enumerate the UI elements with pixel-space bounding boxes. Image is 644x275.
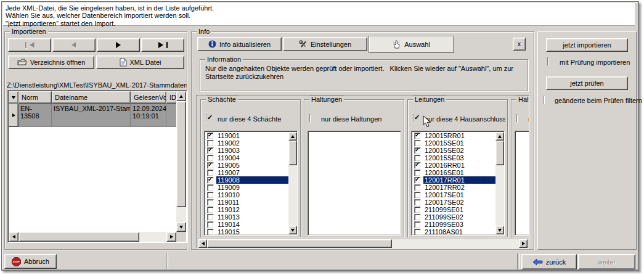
checkbox-icon[interactable]	[414, 199, 421, 206]
list-item[interactable]: 119003	[206, 147, 296, 154]
list-item[interactable]: 119013	[206, 213, 296, 221]
table-horizontal-scrollbar[interactable]	[9, 232, 176, 242]
scrollbar-thumb[interactable]	[288, 141, 297, 165]
list-item[interactable]: 211099SE02	[413, 213, 503, 221]
list-item[interactable]: 119008	[206, 176, 296, 184]
checkbox-icon[interactable]	[414, 192, 421, 199]
checkbox-icon[interactable]	[414, 162, 421, 169]
xml-file-button[interactable]: XML Datei	[96, 55, 184, 69]
checkbox-icon[interactable]	[414, 147, 421, 154]
leitungen-filter-checkbox[interactable]	[413, 114, 414, 123]
checkbox-icon[interactable]	[414, 133, 421, 139]
list-item[interactable]: 119009	[206, 184, 296, 191]
list-item[interactable]: 120016RR01	[413, 162, 503, 169]
leitungen-scrollbar[interactable]	[495, 132, 504, 234]
scroll-left-icon[interactable]	[198, 239, 207, 248]
tab-einstellungen[interactable]: Einstellungen	[283, 37, 367, 51]
abort-button[interactable]: STOP Abbruch	[4, 254, 57, 269]
file-table[interactable]: Norm Dateiname GelesenVon ID EN-13508 IS…	[7, 90, 187, 243]
scrollbar-thumb[interactable]	[18, 232, 139, 242]
list-item[interactable]: 119012	[206, 206, 296, 213]
open-directory-button[interactable]: Verzeichnis öffnen	[8, 55, 94, 69]
table-filter-header[interactable]	[9, 91, 18, 104]
schaechte-scrollbar[interactable]	[288, 132, 297, 234]
column-header-dateiname[interactable]: Dateiname	[52, 91, 131, 104]
checkbox-icon[interactable]	[207, 177, 214, 184]
schaechte-list[interactable]: 1190011190021190031190041190051190071190…	[204, 131, 298, 236]
scroll-right-icon[interactable]	[166, 232, 176, 242]
haltungen2-list[interactable]	[515, 131, 529, 236]
tab-info-aktualisieren[interactable]: Info aktualisieren	[197, 37, 282, 51]
nav-next-button[interactable]	[97, 38, 140, 52]
scroll-up-icon[interactable]	[495, 132, 504, 141]
list-item[interactable]: 119005	[206, 162, 296, 169]
list-item[interactable]: 119015	[206, 228, 296, 236]
checkbox-icon[interactable]	[207, 207, 214, 213]
list-item[interactable]: 119002	[206, 139, 296, 147]
nav-last-button[interactable]	[141, 38, 184, 52]
filter-changed-checkbox[interactable]	[544, 96, 545, 104]
checkbox-icon[interactable]	[207, 221, 214, 228]
list-item[interactable]: 119001	[206, 132, 296, 139]
scroll-up-icon[interactable]	[176, 91, 186, 101]
scrollbar-thumb[interactable]	[176, 101, 186, 207]
checkbox-icon[interactable]	[414, 229, 421, 236]
list-item[interactable]: 120017SE02	[413, 199, 503, 206]
table-vertical-scrollbar[interactable]	[176, 91, 186, 232]
list-item[interactable]: 120017RR01	[413, 176, 503, 184]
list-item[interactable]: 211108AS01	[413, 228, 503, 236]
nav-prev-button[interactable]	[52, 38, 96, 52]
nav-first-button[interactable]	[8, 38, 51, 52]
list-item[interactable]: 120015SE03	[413, 154, 503, 162]
checkbox-icon[interactable]	[207, 133, 214, 139]
back-button[interactable]: zurück	[521, 254, 577, 269]
list-item[interactable]: 119004	[206, 154, 296, 162]
list-item[interactable]: 211099SE03	[413, 221, 503, 228]
haltungen2-filter-checkbox[interactable]	[516, 114, 518, 123]
list-item[interactable]: 119010	[206, 191, 296, 199]
scroll-up-icon[interactable]	[288, 132, 297, 141]
list-item[interactable]: 120016SE01	[413, 169, 503, 176]
checkbox-icon[interactable]	[207, 229, 214, 236]
checkbox-icon[interactable]	[414, 184, 421, 191]
checkbox-icon[interactable]	[414, 221, 421, 228]
list-item[interactable]: 120017SE01	[413, 191, 503, 199]
list-item[interactable]: 119007	[206, 169, 296, 176]
leitungen-list[interactable]: 120015RR01120015SE01120015SE02120015SE03…	[411, 131, 505, 236]
column-header-id[interactable]: ID	[166, 91, 177, 104]
haltungen-list[interactable]	[308, 131, 401, 236]
scroll-right-icon[interactable]	[519, 239, 528, 248]
haltungen-filter-checkbox[interactable]	[309, 114, 311, 123]
column-header-norm[interactable]: Norm	[18, 91, 52, 104]
scrollbar-thumb[interactable]	[207, 239, 392, 248]
scroll-down-icon[interactable]	[176, 222, 186, 232]
checkbox-icon[interactable]	[414, 177, 421, 184]
scroll-down-icon[interactable]	[495, 226, 504, 234]
scroll-down-icon[interactable]	[288, 226, 297, 234]
checkbox-icon[interactable]	[207, 192, 214, 199]
checkbox-icon[interactable]	[414, 214, 421, 221]
checkbox-icon[interactable]	[207, 162, 214, 169]
import-now-button[interactable]: jetzt importieren	[546, 38, 628, 52]
schaechte-filter-checkbox[interactable]	[206, 114, 207, 123]
list-item[interactable]: 119014	[206, 221, 296, 228]
column-header-gelesenvon[interactable]: GelesenVon	[131, 91, 166, 104]
next-button[interactable]: weiter	[578, 254, 635, 269]
checkbox-icon[interactable]	[414, 207, 421, 213]
import-with-check-checkbox[interactable]	[547, 57, 548, 66]
list-item[interactable]: 120015RR01	[413, 132, 503, 139]
scrollbar-thumb[interactable]	[495, 141, 504, 165]
scroll-left-icon[interactable]	[9, 232, 18, 242]
check-now-button[interactable]: jetzt prüfen	[546, 76, 628, 90]
list-item[interactable]: 120015SE01	[413, 139, 503, 147]
checkbox-icon[interactable]	[207, 147, 214, 154]
checkbox-icon[interactable]	[207, 214, 214, 221]
checkbox-icon[interactable]	[207, 184, 214, 191]
list-item[interactable]: 120017RR02	[413, 184, 503, 191]
checkbox-icon[interactable]	[207, 199, 214, 206]
list-item[interactable]: 120015SE02	[413, 147, 503, 154]
tab-auswahl[interactable]: Auswahl	[369, 36, 454, 53]
list-item[interactable]: 211099SE01	[413, 206, 503, 213]
close-info-button[interactable]: x	[513, 38, 526, 51]
selection-horizontal-scrollbar[interactable]	[198, 239, 528, 248]
